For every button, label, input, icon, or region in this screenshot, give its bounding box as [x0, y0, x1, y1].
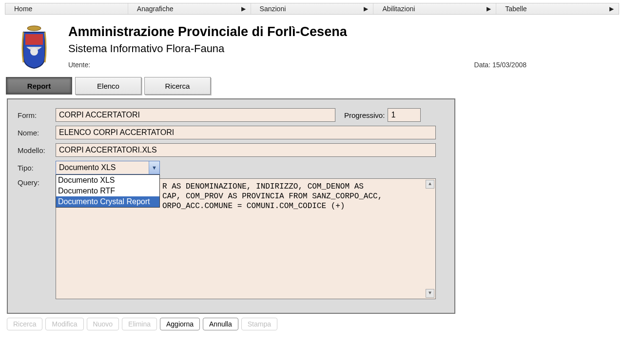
menu-abilitazioni-label: Abilitazioni — [382, 5, 415, 13]
page-subtitle: Sistema Informativo Flora-Fauna — [68, 42, 614, 55]
menu-tabelle-label: Tabelle — [505, 5, 526, 13]
stampa-button: Stampa — [241, 318, 277, 330]
svg-rect-1 — [25, 34, 43, 45]
tab-elenco-label: Elenco — [97, 82, 119, 90]
label-query: Query: — [18, 178, 56, 187]
user-label: Utente: — [68, 61, 90, 69]
action-button-row: Ricerca Modifica Nuovo Elimina Aggiorna … — [0, 314, 624, 330]
menu-sanzioni[interactable]: Sanzioni ▶ — [251, 3, 374, 14]
modifica-button: Modifica — [45, 318, 83, 330]
menu-tabelle[interactable]: Tabelle ▶ — [496, 3, 619, 14]
svg-point-0 — [27, 26, 41, 31]
annulla-button[interactable]: Annulla — [203, 318, 238, 330]
page-title: Amministrazione Provinciale di Forlì-Ces… — [68, 24, 614, 39]
chevron-right-icon: ▶ — [487, 5, 491, 12]
tab-elenco[interactable]: Elenco — [75, 77, 141, 95]
input-nome[interactable] — [56, 126, 436, 139]
label-progressivo: Progressivo: — [344, 111, 385, 119]
select-tipo[interactable]: Documento XLS ▼ Documento XLS Documento … — [56, 161, 160, 174]
tab-ricerca[interactable]: Ricerca — [144, 77, 211, 95]
tab-report[interactable]: Report — [6, 77, 72, 95]
menu-sanzioni-label: Sanzioni — [260, 5, 286, 13]
tab-report-label: Report — [27, 82, 51, 90]
svg-point-2 — [30, 48, 38, 56]
tipo-option-xls[interactable]: Documento XLS — [56, 175, 159, 186]
report-form-panel: Form: Progressivo: Nome: Modello: Tipo: … — [7, 98, 455, 314]
label-tipo: Tipo: — [18, 164, 56, 172]
main-menubar: Home Anagrafiche ▶ Sanzioni ▶ Abilitazio… — [5, 3, 619, 15]
ricerca-button: Ricerca — [7, 318, 42, 330]
select-tipo-dropdown: Documento XLS Documento RTF Documento Cr… — [56, 174, 160, 208]
tipo-option-crystal[interactable]: Documento Crystal Report — [56, 196, 159, 207]
input-form[interactable] — [56, 108, 335, 122]
label-nome: Nome: — [18, 129, 56, 137]
elimina-button: Elimina — [122, 318, 157, 330]
menu-abilitazioni[interactable]: Abilitazioni ▶ — [373, 3, 496, 14]
chevron-right-icon: ▶ — [609, 5, 614, 12]
nuovo-button: Nuovo — [87, 318, 119, 330]
menu-home[interactable]: Home — [5, 3, 128, 14]
input-progressivo[interactable] — [388, 108, 421, 122]
chevron-down-icon[interactable]: ▼ — [149, 161, 159, 174]
tab-ricerca-label: Ricerca — [165, 82, 190, 90]
menu-home-label: Home — [14, 5, 32, 13]
chevron-right-icon: ▶ — [364, 5, 368, 12]
date-label: Data: — [474, 61, 490, 69]
tipo-option-rtf[interactable]: Documento RTF — [56, 186, 159, 196]
scroll-down-icon[interactable]: ▼ — [426, 289, 434, 298]
select-tipo-value: Documento XLS — [59, 163, 116, 172]
page-header: Amministrazione Provinciale di Forlì-Ces… — [0, 15, 624, 74]
aggiorna-button[interactable]: Aggiorna — [160, 318, 200, 330]
scroll-up-icon[interactable]: ▲ — [426, 180, 434, 189]
label-modello: Modello: — [18, 146, 56, 154]
province-crest-icon — [10, 20, 58, 69]
chevron-right-icon: ▶ — [241, 5, 246, 12]
menu-anagrafiche[interactable]: Anagrafiche ▶ — [128, 3, 251, 14]
tab-row: Report Elenco Ricerca — [0, 77, 624, 95]
menu-anagrafiche-label: Anagrafiche — [137, 5, 174, 13]
date-value: 15/03/2008 — [492, 61, 526, 69]
input-modello[interactable] — [56, 143, 436, 157]
label-form: Form: — [18, 111, 56, 119]
